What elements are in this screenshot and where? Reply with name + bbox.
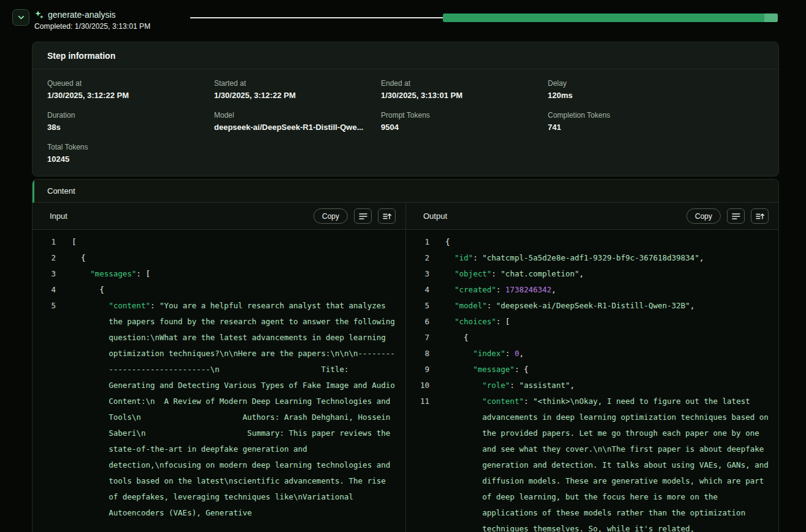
info-field-label: Total Tokens — [47, 143, 214, 151]
info-field: Delay120ms — [548, 79, 715, 100]
line-number: 9 — [420, 362, 429, 378]
line-number: 5 — [46, 298, 56, 521]
line-number: 3 — [420, 266, 429, 282]
code-line: 10"role": "assistant", — [420, 378, 770, 393]
line-number: 8 — [420, 346, 429, 362]
info-field-label: Started at — [214, 79, 381, 88]
step-title-block: generate-analysis Completed: 1/30/2025, … — [34, 10, 150, 31]
code-line: 4{ — [46, 282, 397, 298]
step-name: generate-analysis — [48, 10, 116, 20]
info-field-label: Delay — [548, 79, 715, 88]
output-code[interactable]: 1{2"id": "chatcmpl-5a5d2e8e-adf1-9329-bf… — [406, 230, 778, 532]
line-number: 2 — [46, 250, 56, 266]
info-field: Ended at1/30/2025, 3:13:01 PM — [381, 79, 548, 100]
input-scroll-top-button[interactable] — [378, 208, 396, 224]
line-number: 2 — [420, 250, 429, 266]
info-field: Total Tokens10245 — [47, 143, 214, 164]
code-line: 7{ — [420, 330, 770, 346]
output-wrap-lines-button[interactable] — [727, 208, 745, 224]
timeline-track — [190, 13, 778, 22]
line-number: 6 — [420, 314, 429, 330]
info-field: Completion Tokens741 — [548, 111, 715, 132]
info-field: Modeldeepseek-ai/DeepSeek-R1-Distill-Qwe… — [214, 111, 381, 132]
line-number: 4 — [46, 282, 56, 298]
step-info-fields: Queued at1/30/2025, 3:12:22 PMStarted at… — [33, 69, 778, 176]
output-scroll-top-button[interactable] — [751, 208, 769, 224]
input-title: Input — [50, 211, 67, 221]
code-line: 3"messages": [ — [46, 266, 397, 282]
code-line: 8"index": 0, — [420, 346, 770, 362]
info-field: Duration38s — [47, 111, 214, 132]
code-line: 2"id": "chatcmpl-5a5d2e8e-adf1-9329-bf9c… — [420, 250, 770, 266]
wrap-text-icon — [359, 213, 367, 220]
sparkles-icon — [34, 10, 44, 20]
output-copy-button[interactable]: Copy — [686, 208, 721, 224]
wrap-text-icon — [732, 213, 740, 220]
info-field: Started at1/30/2025, 3:12:22 PM — [214, 79, 381, 100]
output-panel-header: Output Copy — [406, 203, 778, 230]
code-line: 11"content": "<think>\nOkay, I need to f… — [420, 393, 770, 532]
run-header: generate-analysis Completed: 1/30/2025, … — [0, 0, 806, 36]
line-number: 5 — [420, 298, 429, 314]
line-number: 1 — [46, 234, 56, 250]
timeline-baseline — [190, 17, 443, 18]
info-field-label: Prompt Tokens — [381, 111, 548, 120]
line-number: 11 — [420, 393, 429, 532]
completed-timestamp: Completed: 1/30/2025, 3:13:01 PM — [34, 22, 150, 31]
chevron-down-icon — [17, 13, 25, 21]
line-number: 7 — [420, 330, 429, 346]
info-field-value: deepseek-ai/DeepSeek-R1-Distill-Qwe... — [214, 123, 381, 132]
info-field-value: 120ms — [548, 91, 715, 100]
line-number: 3 — [46, 266, 56, 282]
line-number: 4 — [420, 282, 429, 298]
info-field-label: Ended at — [381, 79, 548, 88]
scroll-to-top-icon — [756, 213, 764, 220]
info-field: Queued at1/30/2025, 3:12:22 PM — [47, 79, 214, 100]
info-field-label: Completion Tokens — [548, 111, 715, 120]
input-panel-header: Input Copy — [33, 203, 405, 230]
collapse-button[interactable] — [12, 9, 29, 26]
input-panel: Input Copy 1[2{3"messages": [4{5" — [33, 203, 405, 532]
code-line: 9"message": { — [420, 362, 770, 378]
code-line: 5"content": "You are a helpful research … — [46, 298, 397, 521]
code-line: 2{ — [46, 250, 397, 266]
timeline-span-bar[interactable] — [443, 13, 778, 22]
info-field-value: 9504 — [381, 123, 548, 132]
info-field-value: 1/30/2025, 3:12:22 PM — [47, 91, 214, 100]
info-field: Prompt Tokens9504 — [381, 111, 548, 132]
input-output-split: Input Copy 1[2{3"messages": [4{5" — [33, 203, 778, 532]
info-field-value: 741 — [548, 123, 715, 132]
code-line: 5"model": "deepseek-ai/DeepSeek-R1-Disti… — [420, 298, 770, 314]
code-line: 6"choices": [ — [420, 314, 770, 330]
input-wrap-lines-button[interactable] — [354, 208, 372, 224]
code-line: 1[ — [46, 234, 397, 250]
output-title: Output — [423, 211, 447, 221]
step-information-panel: Step information Queued at1/30/2025, 3:1… — [32, 42, 779, 177]
line-number: 1 — [420, 234, 429, 250]
content-title: Content — [47, 186, 75, 196]
content-header[interactable]: Content — [33, 180, 778, 203]
code-line: 4"created": 1738246342, — [420, 282, 770, 298]
info-field-label: Duration — [47, 111, 214, 120]
info-field-value: 10245 — [47, 154, 214, 164]
content-section: Content Input Copy — [32, 179, 779, 532]
line-number: 10 — [420, 378, 429, 393]
scroll-to-top-icon — [383, 213, 391, 220]
step-info-title: Step information — [33, 42, 778, 69]
input-code[interactable]: 1[2{3"messages": [4{5"content": "You are… — [33, 230, 405, 532]
output-panel: Output Copy 1{2"id": "chatcmpl-5a — [405, 203, 778, 532]
timeline-span-cap — [764, 13, 778, 22]
code-line: 1{ — [420, 234, 770, 250]
info-field-value: 38s — [47, 123, 214, 132]
info-field-label: Queued at — [47, 79, 214, 88]
info-field-value: 1/30/2025, 3:13:01 PM — [381, 91, 548, 100]
input-copy-button[interactable]: Copy — [313, 208, 348, 224]
info-field-label: Model — [214, 111, 381, 120]
info-field-value: 1/30/2025, 3:12:22 PM — [214, 91, 381, 100]
code-line: 3"object": "chat.completion", — [420, 266, 770, 282]
